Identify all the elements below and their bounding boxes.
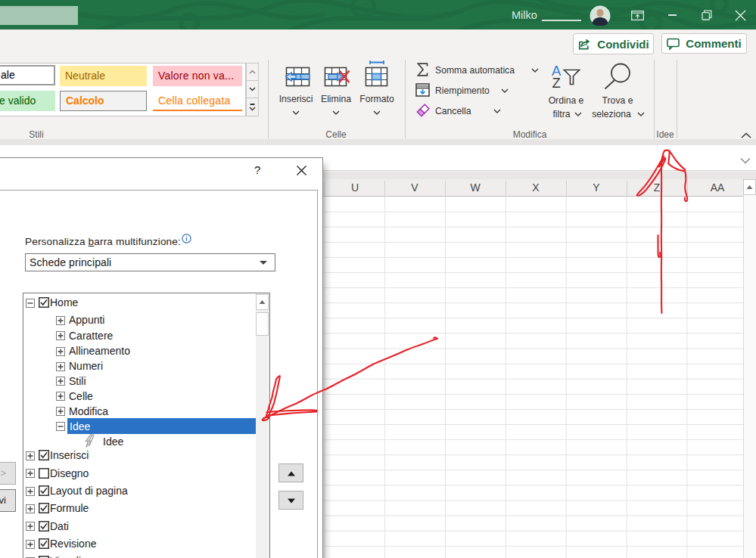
svg-text:Z: Z — [552, 75, 561, 89]
